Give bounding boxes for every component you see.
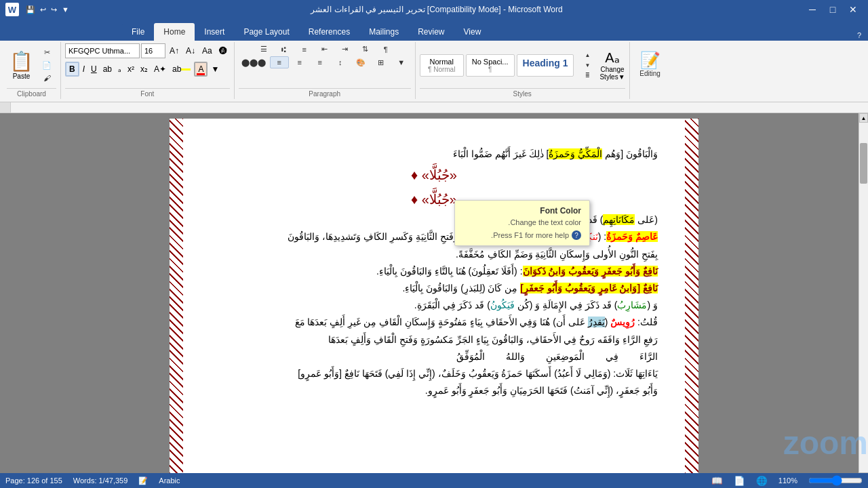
tab-references[interactable]: References [299,23,359,41]
maximize-button[interactable]: □ [823,3,842,16]
underline-button[interactable]: U [88,62,100,77]
multilevel-button[interactable]: ≡ [295,43,314,55]
ribbon-help-btn[interactable]: ? [856,30,863,41]
word-count: Words: 1/47,359 [73,476,128,485]
ruler [0,102,868,113]
language-indicator[interactable]: Arabic [159,476,180,485]
bullets-button[interactable]: ☰ [254,43,273,55]
print-layout-button[interactable]: 📄 [734,476,745,486]
page-border-left [170,119,183,482]
undo-quick-btn[interactable]: ↩ [39,4,47,16]
close-button[interactable]: ✕ [844,3,863,16]
shading-button[interactable]: 🎨 [351,56,370,68]
bold-button[interactable]: B [65,62,79,77]
tab-home[interactable]: Home [154,23,195,41]
zoom-watermark: zoom [783,424,868,462]
style-normal-label: Normal [426,58,458,66]
zoom-slider[interactable] [808,475,863,486]
doc-line-14: وَأَبُو جَعفَرٍ، (إِنِّي آمَنتُ) فَتَحَه… [210,382,658,399]
styles-more[interactable]: ≣ [578,71,597,80]
superscript-button[interactable]: x² [125,62,137,77]
font-label: Font [65,88,230,98]
editing-button[interactable]: 📝 Editing [637,43,664,84]
style-no-spacing[interactable]: No Spaci... ¶ [466,54,515,77]
line-spacing-button[interactable]: ↕ [331,56,350,68]
align-right-button[interactable]: ≡ [290,56,309,68]
subscript-button[interactable]: x₂ [138,62,151,77]
reading-view-button[interactable]: 📖 [711,476,723,486]
styles-scroll-down[interactable]: ▼ [578,61,597,70]
scroll-track[interactable] [859,123,868,472]
ribbon-content: 📋 Paste ✂ 📄 🖌 Clipboard A↑ A↓ [0,41,868,102]
doc-line-5: عَاصِمٌ وَحَمزَةُ: (نَنكِسُهُ فِي الخَلق… [210,228,658,245]
tab-review[interactable]: Review [408,23,454,41]
tab-view[interactable]: View [454,23,491,41]
paste-icon: 📋 [9,50,33,73]
cut-button[interactable]: ✂ [37,47,56,58]
style-heading-label: Heading 1 [523,58,568,68]
sort-button[interactable]: ⇅ [356,43,375,55]
increase-font-button[interactable]: A↑ [167,43,182,58]
change-case-button[interactable]: Aa [199,43,215,58]
paragraph-group: ☰ ⑆ ≡ ⇤ ⇥ ⇅ ¶ ⬤⬤⬤ ≡ ≡ ≡ ↕ 🎨 ⊞ ▼ [235,42,416,99]
clear-formatting-button[interactable]: 🅐 [216,43,230,58]
font-controls: A↑ A↓ Aa 🅐 B I U ab ₐ x² x₂ A✦ ab A [65,43,230,87]
decrease-indent-button[interactable]: ⇤ [315,43,334,55]
minimize-button[interactable]: ─ [803,3,822,16]
style-heading1[interactable]: Heading 1 [517,54,574,77]
format-painter-button[interactable]: 🖌 [37,73,56,83]
increase-indent-button[interactable]: ⇥ [336,43,355,55]
ribbon: File Home Insert Page Layout References … [0,19,868,102]
italic-button[interactable]: I [80,62,87,77]
font-size-input[interactable] [141,43,165,58]
tab-page-layout[interactable]: Page Layout [234,23,298,41]
save-quick-btn[interactable]: 💾 [24,4,37,16]
ruler-corner [0,102,11,113]
borders-button[interactable]: ⊞ [372,56,391,68]
decrease-font-button[interactable]: A↓ [183,43,198,58]
numbering-button[interactable]: ⑆ [275,43,294,55]
strikethrough2-button[interactable]: ₐ [115,62,124,77]
tooltip-description: Change the text color. [463,218,581,226]
proofing-icon: 📝 [138,476,148,485]
align-left-button[interactable]: ⬤⬤⬤ [239,56,269,68]
styles-scroll: ▲ ▼ ≣ [578,51,597,80]
scroll-thumb[interactable] [860,143,867,184]
paste-button[interactable]: 📋 Paste [7,47,36,83]
customize-quick-btn[interactable]: ▼ [60,4,71,15]
copy-icon: 📄 [42,61,52,70]
change-styles-btn[interactable]: Aₐ Change Styles▼ [599,49,625,81]
font-format-row: B I U ab ₐ x² x₂ A✦ ab A ▼ [65,62,222,77]
page-border-right [685,119,698,482]
text-effects-button[interactable]: A✦ [151,62,169,77]
redo-quick-btn[interactable]: ↪ [50,4,58,16]
tab-mailings[interactable]: Mailings [359,23,408,41]
copy-button[interactable]: 📄 [37,60,56,71]
window-controls: ─ □ ✕ [803,3,863,16]
document-content: وَالْبَاقُونَ [وَهُم الْمَكِّيُّ وَحَمزَ… [210,146,658,399]
doc-line-12: الرَّاءَ فِي الْمَوضِعَينِ وَاللهُ الْمُ… [210,348,658,365]
font-color-tooltip: Font Color Change the text color. ? Pres… [454,200,590,246]
font-color-dropdown[interactable]: ▼ [208,62,222,77]
font-color-button[interactable]: A [194,62,208,77]
page-info: Page: 126 of 155 [5,476,62,485]
tab-insert[interactable]: Insert [195,23,234,41]
scroll-up-button[interactable]: ▲ [859,113,868,123]
style-normal[interactable]: Normal ¶ Normal [420,54,464,77]
font-name-input[interactable] [65,43,140,58]
borders-dropdown[interactable]: ▼ [392,56,411,68]
show-formatting-button[interactable]: ¶ [376,43,395,55]
status-bar: Page: 126 of 155 Words: 1/47,359 📝 Arabi… [0,473,868,488]
tab-file[interactable]: File [122,23,154,41]
styles-scroll-up[interactable]: ▲ [578,51,597,60]
status-right: 📖 📄 🌐 110% [711,475,863,486]
paragraph-row1: ☰ ⑆ ≡ ⇤ ⇥ ⇅ ¶ [254,43,395,55]
paragraph-controls: ☰ ⑆ ≡ ⇤ ⇥ ⇅ ¶ ⬤⬤⬤ ≡ ≡ ≡ ↕ 🎨 ⊞ ▼ [239,43,411,87]
justify-button[interactable]: ≡ [311,56,330,68]
web-layout-button[interactable]: 🌐 [756,476,768,486]
editing-icon: 📝 [640,51,660,70]
paste-label: Paste [13,73,31,80]
align-center-button[interactable]: ≡ [270,56,289,68]
strikethrough-button[interactable]: ab [100,62,115,77]
highlight-button[interactable]: ab [170,62,193,77]
